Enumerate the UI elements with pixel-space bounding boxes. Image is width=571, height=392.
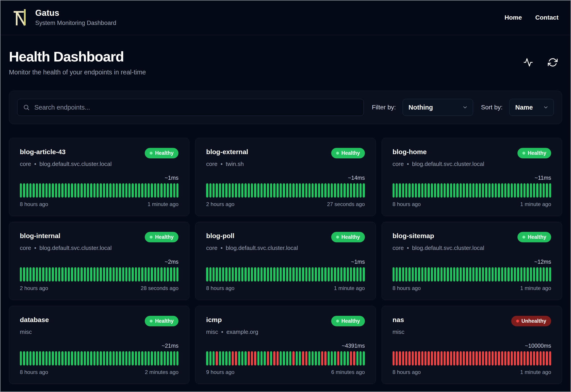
health-bar	[392, 351, 395, 365]
health-bar	[122, 351, 124, 365]
health-bar	[514, 267, 516, 281]
endpoint-card[interactable]: nas Unhealthy misc ~10000ms 8 hours ago …	[382, 306, 562, 384]
sort-dropdown[interactable]: Name	[509, 99, 554, 116]
health-bar	[524, 183, 526, 197]
endpoint-group: core	[206, 161, 217, 168]
health-bar	[65, 267, 67, 281]
health-bar	[492, 183, 494, 197]
latency-value: ~11ms	[392, 175, 551, 181]
health-bar	[277, 351, 279, 365]
health-bar	[280, 267, 282, 281]
endpoint-card[interactable]: blog-external Healthy core • twin.sh ~14…	[195, 138, 376, 216]
health-bar	[318, 183, 320, 197]
health-bar	[331, 267, 333, 281]
filter-dropdown[interactable]: Nothing	[403, 99, 473, 116]
health-bar	[504, 183, 506, 197]
health-bar	[321, 267, 323, 281]
health-bar	[498, 351, 500, 365]
health-bar	[84, 351, 86, 365]
health-bar	[412, 351, 414, 365]
health-bar	[434, 351, 436, 365]
search-input[interactable]	[17, 99, 364, 116]
health-bar	[93, 183, 95, 197]
health-bar	[292, 267, 294, 281]
health-bar	[460, 351, 462, 365]
health-history-bars	[392, 351, 551, 365]
health-bar	[90, 267, 92, 281]
endpoint-card[interactable]: blog-sitemap Healthy core • blog.default…	[382, 222, 562, 300]
health-bar	[453, 351, 455, 365]
health-bar	[36, 183, 38, 197]
endpoint-name: blog-home	[392, 148, 427, 156]
health-bar	[463, 351, 465, 365]
endpoint-group: misc	[392, 329, 404, 336]
health-bar	[257, 267, 259, 281]
endpoint-card[interactable]: blog-poll Healthy core • blog.default.sv…	[195, 222, 376, 300]
health-bar	[517, 183, 519, 197]
health-bar	[356, 183, 359, 197]
health-bar	[344, 267, 346, 281]
endpoint-group: misc	[206, 329, 218, 336]
card-header: blog-external Healthy	[206, 148, 365, 158]
health-bar	[148, 183, 150, 197]
refresh-icon-button[interactable]	[548, 57, 558, 67]
oldest-timestamp: 8 hours ago	[392, 285, 421, 291]
status-dot	[336, 236, 339, 238]
endpoint-card[interactable]: database Healthy misc ~21ms 8 hours ago …	[9, 306, 189, 384]
health-bar	[216, 267, 218, 281]
health-bar	[141, 183, 143, 197]
health-bar	[527, 267, 529, 281]
nav-link-contact[interactable]: Contact	[535, 14, 558, 21]
health-bar	[141, 351, 143, 365]
health-bar	[26, 183, 28, 197]
endpoint-card[interactable]: blog-article-43 Healthy core • blog.defa…	[9, 138, 189, 216]
health-bar	[42, 183, 44, 197]
health-bar	[434, 267, 436, 281]
health-bar	[244, 351, 246, 365]
health-bar	[135, 267, 137, 281]
health-bar	[485, 183, 487, 197]
health-bar	[543, 351, 545, 365]
health-bar	[347, 267, 349, 281]
health-bar	[61, 351, 63, 365]
health-bar	[305, 267, 307, 281]
endpoint-card[interactable]: blog-internal Healthy core • blog.defaul…	[9, 222, 189, 300]
nav-link-home[interactable]: Home	[505, 14, 522, 21]
newest-timestamp: 27 seconds ago	[327, 201, 365, 207]
health-bar	[23, 183, 25, 197]
health-bar	[219, 267, 221, 281]
health-bar	[219, 183, 221, 197]
health-bar	[49, 183, 51, 197]
health-bar	[77, 267, 79, 281]
health-bar	[225, 267, 227, 281]
health-bar	[39, 351, 41, 365]
health-bar	[340, 267, 342, 281]
health-history-bars	[20, 267, 179, 281]
health-bar	[321, 183, 323, 197]
oldest-timestamp: 2 hours ago	[20, 285, 48, 291]
activity-icon-button[interactable]	[523, 57, 533, 67]
health-bar	[299, 267, 301, 281]
health-bar	[428, 267, 430, 281]
endpoint-meta: core • blog.default.svc.cluster.local	[20, 161, 179, 168]
endpoint-card[interactable]: icmp Healthy misc • example.org ~4391ms …	[195, 306, 376, 384]
health-bar	[113, 267, 115, 281]
endpoint-card[interactable]: blog-home Healthy core • blog.default.sv…	[382, 138, 562, 216]
health-bar	[353, 183, 355, 197]
oldest-timestamp: 9 hours ago	[206, 369, 234, 375]
health-bar	[58, 267, 60, 281]
health-bar	[396, 183, 398, 197]
health-bar	[363, 267, 365, 281]
health-bar	[52, 183, 54, 197]
latency-value: ~21ms	[20, 343, 179, 349]
health-bar	[396, 267, 398, 281]
health-bar	[26, 267, 28, 281]
health-bar	[495, 267, 497, 281]
health-bar	[318, 267, 320, 281]
health-bar	[160, 351, 162, 365]
health-bar	[340, 183, 342, 197]
health-bar	[30, 351, 31, 365]
health-bar	[501, 183, 503, 197]
health-bar	[299, 351, 301, 365]
card-header: blog-home Healthy	[392, 148, 551, 158]
